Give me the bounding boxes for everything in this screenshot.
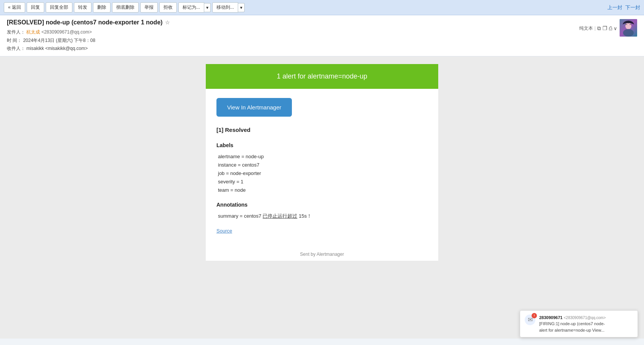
plain-text-link[interactable]: 纯文本 (579, 25, 593, 32)
chevron-icon[interactable]: ∨ (614, 26, 617, 31)
email-toolbar: « 返回 回复 回复全部 转发 删除 彻底删除 举报 拒收 标记为... ▾ 移… (0, 0, 644, 15)
reply-button[interactable]: 回复 (27, 2, 44, 13)
email-header: [RESOLVED] node-up (centos7 node-exporte… (0, 15, 644, 56)
source-link[interactable]: Source (216, 228, 232, 234)
alert-banner: 1 alert for alertname=node-up (206, 64, 438, 89)
summary-row: summary = centos7 已停止运行超过 15s！ (218, 212, 428, 220)
annotations-section: Annotations summary = centos7 已停止运行超过 15… (216, 201, 428, 220)
report-button[interactable]: 举报 (140, 2, 158, 13)
delete-button[interactable]: 删除 (93, 2, 111, 13)
email-meta: 发件人： 杭太成 <2830909671@qq.com> 时 间： 2024年4… (7, 28, 637, 53)
email-nav: 上一封 下一封 (607, 4, 640, 11)
copy-icon[interactable]: ⧉ (597, 25, 601, 32)
view-options: 纯文本 | ⧉ ❐ ⎙ ∨ (579, 25, 617, 32)
email-content-wrapper: 1 alert for alertname=node-up View In Al… (206, 64, 438, 261)
mark-as-group: 标记为... ▾ (178, 2, 211, 13)
sender-avatar (620, 19, 637, 37)
notification-icon: ✉ ! (525, 315, 535, 325)
alert-banner-text: 1 alert for alertname=node-up (277, 72, 367, 80)
label-instance: instance = centos7 (218, 161, 428, 169)
sent-by: Sent by Alertmanager (206, 245, 438, 261)
notif-sender-name: 2830909671 (539, 315, 562, 320)
label-alertname: alertname = node-up (218, 152, 428, 161)
recipient-value: misakikk <misakikk@qq.com> (26, 46, 88, 51)
reject-button[interactable]: 拒收 (159, 2, 177, 13)
email-body-area: 1 alert for alertname=node-up View In Al… (0, 56, 644, 339)
notif-sender-email: <2830909671@qq.com> (564, 316, 606, 320)
forward-button[interactable]: 转发 (74, 2, 91, 13)
label-team: team = node (218, 186, 428, 194)
labels-section: Labels alertname = node-up instance = ce… (216, 141, 428, 194)
next-email-link[interactable]: 下一封 (625, 4, 640, 11)
recipient-label: 收件人： (7, 46, 25, 51)
svg-point-1 (625, 22, 631, 29)
time-value: 2024年4月13日 (星期六) 下午8：08 (23, 38, 95, 43)
print-icon[interactable]: ⎙ (609, 25, 612, 31)
time-label: 时 间： (7, 38, 22, 43)
time-row: 时 间： 2024年4月13日 (星期六) 下午8：08 (7, 37, 637, 45)
label-severity: severity = 1 (218, 178, 428, 186)
email-subject: [RESOLVED] node-up (centos7 node-exporte… (7, 19, 163, 26)
mark-as-dropdown[interactable]: ▾ (204, 3, 211, 12)
sender-label: 发件人： (7, 29, 25, 35)
sender-email: <2830909671@qq.com> (42, 29, 92, 35)
view-alertmanager-button[interactable]: View In Alertmanager (216, 98, 292, 117)
annotations-title: Annotations (216, 201, 428, 210)
content-body: View In Alertmanager [1] Resolved Labels… (206, 89, 438, 245)
divider-1: | (594, 26, 596, 31)
notification-badge: ! (532, 313, 537, 318)
email-header-actions: 纯文本 | ⧉ ❐ ⎙ ∨ (579, 19, 637, 37)
resolved-title: [1] Resolved (216, 125, 428, 135)
notification-popup: ✉ ! 2830909671 <2830909671@qq.com> [FIRI… (520, 310, 638, 338)
svg-point-2 (623, 29, 634, 37)
back-button[interactable]: « 返回 (4, 2, 25, 13)
move-to-group: 移动到... ▾ (212, 2, 245, 13)
window-icon[interactable]: ❐ (602, 25, 607, 31)
move-to-button[interactable]: 移动到... (212, 2, 238, 13)
sender-name[interactable]: 杭太成 (26, 29, 40, 35)
star-icon[interactable]: ☆ (165, 19, 170, 26)
reply-all-button[interactable]: 回复全部 (46, 2, 72, 13)
notification-text: 2830909671 <2830909671@qq.com> [FIRING:1… (539, 315, 606, 334)
sender-row: 发件人： 杭太成 <2830909671@qq.com> (7, 28, 637, 37)
email-title-row: [RESOLVED] node-up (centos7 node-exporte… (7, 19, 637, 26)
perm-delete-button[interactable]: 彻底删除 (112, 2, 139, 13)
label-job: job = node-exporter (218, 169, 428, 178)
prev-email-link[interactable]: 上一封 (607, 4, 622, 11)
mark-as-button[interactable]: 标记为... (178, 2, 204, 13)
notif-preview: [FIRING:1] node-up (centos7 node-alert f… (539, 321, 605, 332)
labels-title: Labels (216, 141, 428, 150)
move-to-dropdown[interactable]: ▾ (238, 3, 245, 12)
recipient-row: 收件人： misakikk <misakikk@qq.com> (7, 45, 637, 53)
